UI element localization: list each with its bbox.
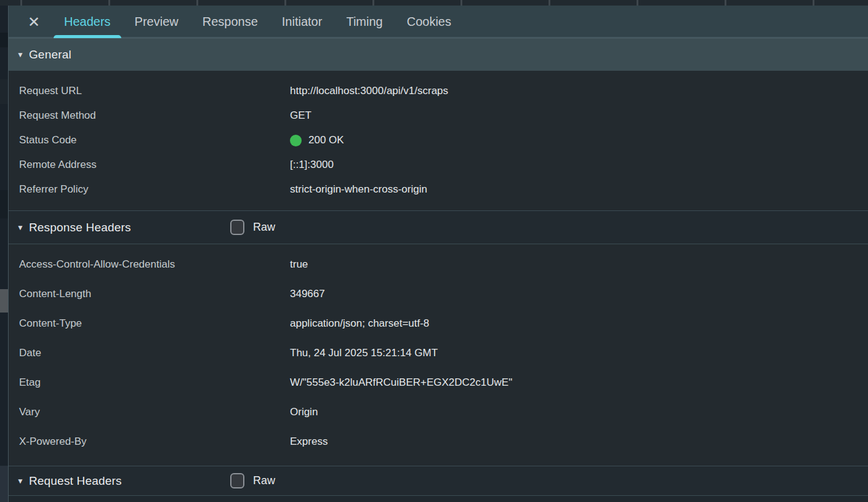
tab-label: Response	[203, 15, 258, 29]
status-dot-icon	[290, 135, 302, 146]
header-value: application/json; charset=utf-8	[290, 317, 429, 330]
header-value-text: Thu, 24 Jul 2025 15:21:14 GMT	[290, 347, 438, 359]
header-value: 349667	[290, 288, 325, 300]
tab-cookies[interactable]: Cookies	[396, 6, 462, 38]
tab-label: Initiator	[282, 15, 323, 29]
header-name: Vary	[19, 406, 290, 418]
header-value-text: Express	[290, 436, 328, 448]
close-icon[interactable]: ✕	[25, 6, 42, 38]
chevron-down-icon: ▼	[17, 477, 24, 485]
header-name: Etag	[19, 376, 290, 389]
tab-label: Headers	[64, 15, 111, 29]
request-headers-rows-sliver	[9, 496, 868, 502]
section-header-response-headers[interactable]: ▼ Response Headers Raw	[9, 210, 868, 244]
tab-timing[interactable]: Timing	[336, 6, 393, 38]
network-table-left-sliver: d	[0, 6, 8, 502]
header-row: Content-Type application/json; charset=u…	[9, 309, 868, 338]
table-row-stripe	[0, 33, 8, 47]
header-row: Remote Address [::1]:3000	[9, 153, 868, 177]
header-name: Status Code	[19, 134, 290, 146]
header-name: Remote Address	[19, 159, 290, 171]
header-name: Request Method	[19, 110, 290, 122]
header-name: Request URL	[19, 85, 290, 97]
header-row: Content-Length 349667	[9, 279, 868, 309]
response-header-rows: Access-Control-Allow-Credentials true Co…	[9, 244, 868, 466]
section-header-general[interactable]: ▼ General	[9, 38, 868, 71]
general-rows: Request URL http://localhost:3000/api/v1…	[9, 71, 868, 210]
header-value: 200 OK	[290, 134, 344, 146]
header-value-text: W/"555e3-k2luARfRCuiBER+EGX2DC2c1UwE"	[290, 376, 512, 389]
header-name: Content-Length	[19, 288, 290, 300]
header-row: X-Powered-By Express	[9, 427, 868, 456]
tab-list: Headers Preview Response Initiator Timin…	[54, 6, 462, 38]
header-row: Vary Origin	[9, 397, 868, 427]
raw-checkbox-label[interactable]: Raw	[253, 221, 275, 234]
header-value: strict-origin-when-cross-origin	[290, 183, 427, 196]
table-row-stripe	[0, 79, 8, 104]
selected-request-row-sliver[interactable]	[0, 289, 8, 313]
chevron-down-icon: ▼	[17, 50, 24, 59]
section-title: General	[29, 48, 71, 62]
header-value: GET	[290, 110, 311, 122]
header-name: X-Powered-By	[19, 436, 290, 448]
header-value-text: 200 OK	[308, 134, 344, 146]
header-value: true	[290, 258, 308, 271]
header-value-text: true	[290, 258, 308, 271]
raw-checkbox[interactable]	[230, 473, 244, 488]
tab-label: Preview	[135, 15, 179, 29]
header-name: Content-Type	[19, 317, 290, 330]
tab-headers[interactable]: Headers	[54, 6, 121, 38]
request-detail-pane: ✕ Headers Preview Response Initiator Tim…	[8, 6, 868, 502]
header-value: W/"555e3-k2luARfRCuiBER+EGX2DC2c1UwE"	[290, 376, 512, 389]
header-value-text: application/json; charset=utf-8	[290, 317, 429, 330]
section-title: Response Headers	[29, 221, 131, 234]
detail-tab-bar: ✕ Headers Preview Response Initiator Tim…	[9, 6, 868, 38]
header-value-text: GET	[290, 110, 311, 122]
tab-label: Timing	[346, 15, 382, 29]
raw-toggle-group: Raw	[230, 211, 275, 244]
raw-toggle-group: Raw	[230, 466, 275, 495]
table-row-stripe: d	[0, 466, 8, 502]
raw-checkbox[interactable]	[230, 220, 244, 235]
tab-initiator[interactable]: Initiator	[271, 6, 333, 38]
section-header-request-headers[interactable]: ▼ Request Headers Raw	[9, 466, 868, 496]
header-row: Request URL http://localhost:3000/api/v1…	[9, 79, 868, 103]
header-row: Date Thu, 24 Jul 2025 15:21:14 GMT	[9, 338, 868, 368]
header-value-text: strict-origin-when-cross-origin	[290, 183, 427, 196]
header-name: Date	[19, 347, 290, 359]
raw-checkbox-label[interactable]: Raw	[253, 474, 275, 487]
header-value: Express	[290, 436, 328, 448]
tab-label: Cookies	[407, 15, 451, 29]
header-row: Etag W/"555e3-k2luARfRCuiBER+EGX2DC2c1Uw…	[9, 368, 868, 397]
header-value: Thu, 24 Jul 2025 15:21:14 GMT	[290, 347, 438, 359]
header-row: Referrer Policy strict-origin-when-cross…	[9, 177, 868, 202]
header-value-text: Origin	[290, 406, 318, 418]
header-value: http://localhost:3000/api/v1/scraps	[290, 85, 448, 97]
table-row-stripe	[0, 190, 8, 218]
header-value: [::1]:3000	[290, 159, 334, 171]
header-value-text: 349667	[290, 288, 325, 300]
chevron-down-icon: ▼	[17, 223, 24, 232]
header-value-text: [::1]:3000	[290, 159, 334, 171]
header-row: Access-Control-Allow-Credentials true	[9, 250, 868, 279]
header-row: Request Method GET	[9, 103, 868, 128]
header-name: Access-Control-Allow-Credentials	[19, 258, 290, 271]
header-value-text: http://localhost:3000/api/v1/scraps	[290, 85, 448, 97]
devtools-network-detail: d ✕ Headers Preview Response Initiator T…	[0, 0, 868, 502]
tab-preview[interactable]: Preview	[124, 6, 189, 38]
header-row: Status Code 200 OK	[9, 128, 868, 153]
tab-response[interactable]: Response	[192, 6, 268, 38]
network-table-top-sliver	[0, 0, 868, 6]
section-title: Request Headers	[29, 474, 122, 488]
header-value: Origin	[290, 406, 318, 418]
header-name: Referrer Policy	[19, 183, 290, 196]
